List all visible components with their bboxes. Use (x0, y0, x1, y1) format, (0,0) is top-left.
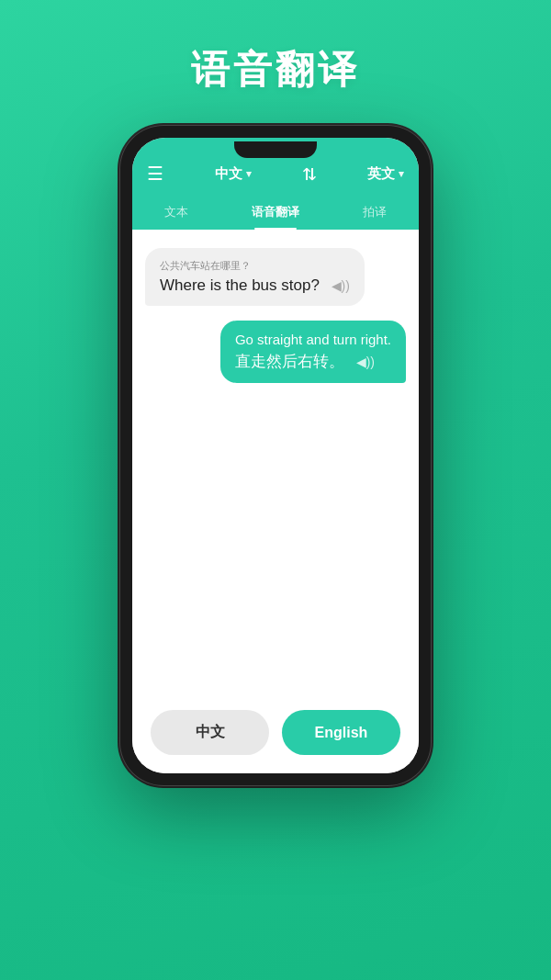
lang-right-label: 英文 (367, 165, 395, 183)
bubble-left-subtext: 公共汽车站在哪里？ (160, 259, 350, 273)
lang-left-arrow: ▾ (246, 168, 252, 180)
lang-right-arrow: ▾ (399, 168, 404, 180)
message-bubble-left: 公共汽车站在哪里？ Where is the bus stop? ◀)) (145, 248, 365, 306)
menu-icon[interactable]: ☰ (147, 164, 163, 183)
bubble-right-speaker-icon[interactable]: ◀)) (356, 355, 375, 369)
tab-bar: 文本 语音翻译 拍译 (132, 193, 419, 230)
bubble-right-top: Go straight and turn right. (235, 332, 391, 347)
phone-screen: ☰ 中文 ▾ ⇄ 英文 ▾ 文本 语音翻译 拍译 (132, 138, 419, 773)
bubble-left-main: Where is the bus stop? ◀)) (160, 276, 350, 295)
tab-photo-translate[interactable]: 拍译 (352, 198, 398, 230)
tab-text[interactable]: 文本 (153, 198, 199, 230)
message-bubble-right: Go straight and turn right. 直走然后右转。 ◀)) (220, 321, 406, 383)
lang-right-selector[interactable]: 英文 ▾ (367, 165, 404, 183)
swap-languages-icon[interactable]: ⇄ (299, 167, 320, 181)
phone-shell: ☰ 中文 ▾ ⇄ 英文 ▾ 文本 语音翻译 拍译 (119, 125, 432, 786)
tab-voice-translate[interactable]: 语音翻译 (241, 198, 310, 230)
lang-left-label: 中文 (215, 165, 242, 183)
chinese-button[interactable]: 中文 (151, 710, 269, 755)
bubble-left-speaker-icon[interactable]: ◀)) (332, 278, 350, 293)
bubble-right-bottom: 直走然后右转。 ◀)) (235, 351, 391, 372)
phone-notch (234, 141, 317, 158)
lang-left-selector[interactable]: 中文 ▾ (215, 165, 252, 183)
english-button[interactable]: English (282, 710, 400, 755)
page-title: 语音翻译 (191, 44, 360, 96)
chat-area: 公共汽车站在哪里？ Where is the bus stop? ◀)) Go … (132, 230, 419, 695)
bottom-buttons: 中文 English (132, 695, 419, 773)
